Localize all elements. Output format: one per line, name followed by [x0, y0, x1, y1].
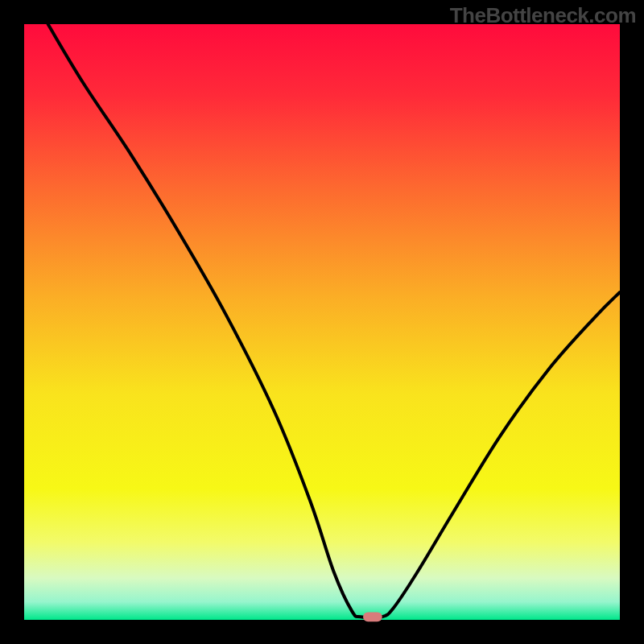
- chart-svg: [0, 0, 644, 644]
- watermark-text: TheBottleneck.com: [450, 3, 636, 28]
- optimal-marker: [363, 612, 382, 621]
- bottleneck-chart: TheBottleneck.com: [0, 0, 644, 644]
- plot-background: [24, 24, 620, 620]
